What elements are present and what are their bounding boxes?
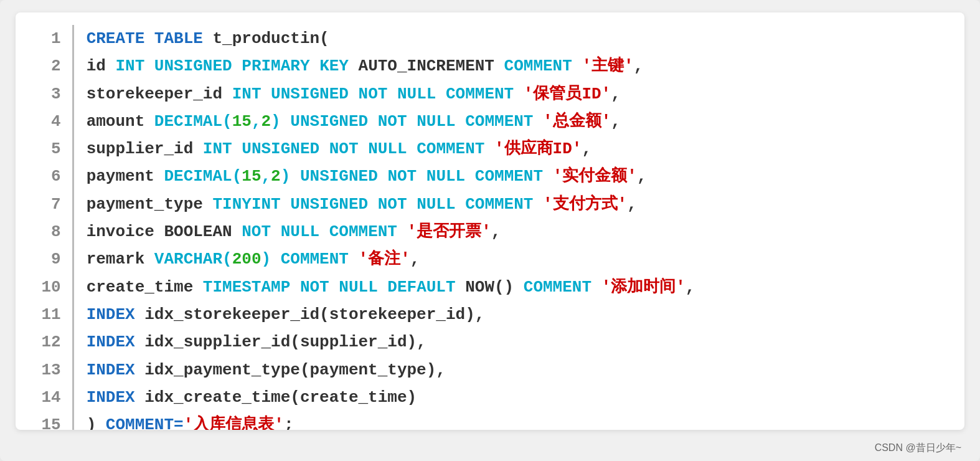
code-segment: COMMENT: [446, 85, 514, 103]
code-segment: '保管员ID': [524, 85, 611, 103]
code-segment: idx_payment_type(payment_type),: [135, 361, 446, 379]
code-segment: NULL: [417, 112, 455, 131]
code-segment: [417, 167, 426, 186]
line-number: 9: [22, 245, 72, 273]
code-segment: [378, 167, 388, 186]
line-number: 11: [22, 301, 72, 328]
table-row: 8 invoice BOOLEAN NOT NULL COMMENT '是否开票…: [22, 218, 958, 245]
code-line-content: create_time TIMESTAMP NOT NULL DEFAULT N…: [74, 273, 958, 301]
code-segment: '是否开票': [407, 222, 491, 241]
table-row: 14 INDEX idx_create_time(create_time): [22, 384, 958, 411]
code-segment: [349, 250, 359, 269]
code-line-content: INDEX idx_supplier_id(supplier_id),: [74, 328, 958, 356]
table-row: 10 create_time TIMESTAMP NOT NULL DEFAUL…: [22, 273, 958, 301]
code-segment: ): [87, 416, 106, 430]
code-segment: [144, 29, 154, 48]
code-segment: [407, 140, 417, 158]
code-line-content: payment_type TINYINT UNSIGNED NOT NULL C…: [74, 191, 958, 218]
code-segment: UNSIGNED: [271, 85, 349, 103]
code-segment: remark: [87, 250, 154, 269]
code-segment: [387, 85, 397, 103]
line-number: 15: [22, 411, 72, 430]
code-line-content: supplier_id INT UNSIGNED NOT NULL COMMEN…: [74, 135, 958, 163]
line-number: 8: [22, 218, 72, 245]
footer-bar: CSDN @昔日少年~: [0, 439, 980, 461]
code-segment: [533, 112, 543, 131]
code-segment: ,: [627, 195, 637, 214]
code-segment: [232, 140, 242, 158]
code-segment: [319, 222, 329, 241]
code-segment: [359, 140, 369, 158]
code-segment: [378, 278, 388, 297]
screenshot-container: 1CREATE TABLE t_productin(2 id INT UNSIG…: [0, 0, 980, 461]
code-segment: amount: [87, 112, 154, 131]
code-segment: COMMENT: [465, 195, 533, 214]
code-line-content: storekeeper_id INT UNSIGNED NOT NULL COM…: [74, 80, 958, 108]
code-segment: '添加时间': [601, 278, 686, 297]
code-segment: ): [261, 250, 271, 269]
code-segment: ,: [252, 112, 261, 131]
table-row: 15) COMMENT='入库信息表';: [22, 411, 958, 430]
table-row: 13 INDEX idx_payment_type(payment_type),: [22, 356, 958, 384]
code-segment: NOT: [378, 195, 407, 214]
code-table: 1CREATE TABLE t_productin(2 id INT UNSIG…: [22, 25, 958, 430]
code-segment: UNSIGNED: [154, 57, 232, 75]
code-line-content: payment DECIMAL(15,2) UNSIGNED NOT NULL …: [74, 163, 958, 190]
code-segment: DEFAULT: [387, 278, 455, 297]
code-segment: [281, 112, 291, 131]
line-number: 6: [22, 163, 72, 190]
code-segment: [349, 85, 359, 103]
code-segment: [514, 85, 524, 103]
code-segment: [484, 140, 494, 158]
table-row: 2 id INT UNSIGNED PRIMARY KEY AUTO_INCRE…: [22, 52, 958, 80]
code-segment: storekeeper_id: [87, 85, 232, 103]
code-segment: VARCHAR(: [154, 250, 232, 269]
code-segment: [319, 140, 329, 158]
code-segment: NOT: [359, 85, 388, 103]
line-number: 13: [22, 356, 72, 384]
line-number: 1: [22, 25, 72, 52]
code-segment: idx_create_time(create_time): [135, 388, 417, 407]
code-segment: ,: [261, 167, 271, 186]
code-segment: UNSIGNED: [290, 112, 368, 131]
code-segment: [290, 278, 300, 297]
code-segment: ): [271, 112, 281, 131]
code-segment: [407, 195, 417, 214]
code-segment: COMMENT=: [106, 416, 184, 430]
code-segment: TABLE: [154, 29, 203, 48]
code-segment: NOT: [300, 278, 329, 297]
code-segment: [232, 57, 242, 75]
code-segment: NOT: [329, 140, 359, 158]
code-segment: TIMESTAMP: [203, 278, 290, 297]
code-segment: [591, 278, 601, 297]
code-segment: [281, 195, 291, 214]
code-line-content: INDEX idx_create_time(create_time): [74, 384, 958, 411]
code-segment: DECIMAL(: [164, 167, 242, 186]
code-segment: id: [87, 57, 116, 75]
code-segment: INDEX: [87, 305, 135, 324]
line-number: 10: [22, 273, 72, 301]
code-segment: [368, 195, 378, 214]
table-row: 1CREATE TABLE t_productin(: [22, 25, 958, 52]
table-row: 9 remark VARCHAR(200) COMMENT '备注',: [22, 245, 958, 273]
code-line-content: invoice BOOLEAN NOT NULL COMMENT '是否开票',: [74, 218, 958, 245]
code-block: 1CREATE TABLE t_productin(2 id INT UNSIG…: [16, 12, 964, 430]
table-row: 11 INDEX idx_storekeeper_id(storekeeper_…: [22, 301, 958, 328]
table-row: 3 storekeeper_id INT UNSIGNED NOT NULL C…: [22, 80, 958, 108]
code-segment: COMMENT: [329, 222, 397, 241]
line-number: 4: [22, 108, 72, 135]
code-segment: supplier_id: [87, 140, 203, 158]
code-segment: COMMENT: [417, 140, 484, 158]
code-segment: [456, 195, 466, 214]
code-segment: t_productin(: [203, 29, 329, 48]
table-row: 7 payment_type TINYINT UNSIGNED NOT NULL…: [22, 191, 958, 218]
code-segment: NULL: [417, 195, 455, 214]
line-number: 5: [22, 135, 72, 163]
line-number: 7: [22, 191, 72, 218]
code-segment: INDEX: [87, 388, 135, 407]
code-segment: [465, 167, 475, 186]
code-segment: COMMENT: [504, 57, 572, 75]
code-segment: [436, 85, 446, 103]
code-segment: [261, 85, 271, 103]
code-segment: idx_supplier_id(supplier_id),: [135, 333, 426, 351]
